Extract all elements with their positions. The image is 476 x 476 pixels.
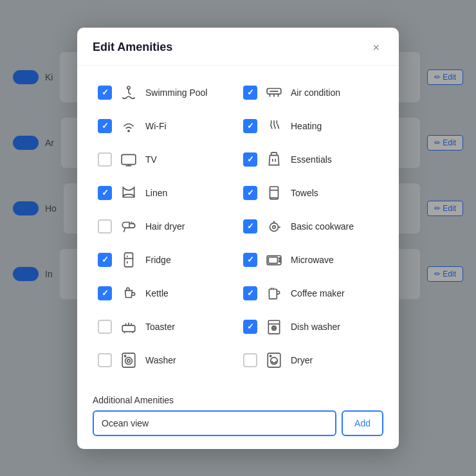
kettle-label: Kettle	[145, 288, 169, 298]
svg-rect-13	[269, 289, 277, 298]
checkbox-towels[interactable]	[243, 186, 257, 200]
kettle-icon	[118, 283, 139, 304]
amenity-heating[interactable]: Heating	[238, 109, 383, 143]
additional-amenities-section: Additional Amenities Add	[77, 387, 399, 449]
checkbox-dish-washer[interactable]	[243, 320, 257, 334]
checkbox-tv[interactable]	[98, 152, 112, 167]
checkbox-basic-cookware[interactable]	[243, 219, 257, 233]
tv-icon	[118, 149, 139, 170]
svg-point-0	[127, 86, 130, 89]
svg-point-2	[128, 130, 129, 131]
checkbox-kettle[interactable]	[98, 286, 112, 300]
cookware-icon	[264, 216, 284, 237]
modal-header: Edit Amenities ×	[77, 28, 399, 66]
checkbox-essentials[interactable]	[243, 152, 257, 167]
amenity-basic-cookware[interactable]: Basic cookware	[238, 210, 383, 243]
towels-icon	[264, 183, 284, 203]
amenity-coffee-maker[interactable]: Coffee maker	[238, 277, 383, 310]
towels-label: Towels	[291, 188, 318, 198]
amenity-tv[interactable]: TV	[93, 143, 238, 176]
svg-rect-10	[268, 257, 277, 263]
amenity-microwave[interactable]: Microwave	[238, 243, 383, 277]
heating-icon	[264, 116, 284, 136]
amenities-grid: Swimming Pool Air condition	[93, 76, 383, 377]
amenity-dish-washer[interactable]: Dish washer	[238, 310, 383, 343]
linen-icon	[118, 183, 139, 203]
checkbox-coffee-maker[interactable]	[243, 286, 257, 300]
checkbox-linen[interactable]	[98, 186, 112, 200]
microwave-icon	[264, 250, 284, 270]
tv-label: TV	[145, 154, 157, 165]
checkbox-fridge[interactable]	[98, 253, 112, 267]
amenity-dryer[interactable]: Dryer	[238, 343, 383, 377]
amenity-air-condition[interactable]: Air condition	[238, 76, 383, 109]
svg-point-11	[279, 257, 280, 259]
amenity-kettle[interactable]: Kettle	[93, 277, 238, 310]
svg-rect-3	[122, 154, 136, 164]
checkbox-hair-dryer[interactable]	[98, 219, 112, 233]
toaster-label: Toaster	[145, 322, 175, 332]
svg-point-6	[270, 223, 279, 231]
pool-icon	[118, 82, 139, 103]
svg-point-19	[127, 359, 130, 362]
checkbox-air-condition[interactable]	[243, 86, 257, 100]
add-row: Add	[93, 410, 383, 436]
hairdryer-icon	[118, 216, 139, 237]
svg-point-23	[270, 355, 271, 356]
amenity-hair-dryer[interactable]: Hair dryer	[93, 210, 238, 243]
amenity-wifi[interactable]: Wi-Fi	[93, 109, 238, 143]
heating-label: Heating	[291, 121, 322, 131]
fridge-label: Fridge	[145, 255, 171, 265]
svg-rect-14	[122, 325, 135, 331]
air-condition-label: Air condition	[291, 87, 340, 98]
modal-title: Edit Amenities	[93, 41, 172, 54]
wifi-label: Wi-Fi	[145, 121, 167, 131]
amenity-swimming-pool[interactable]: Swimming Pool	[93, 76, 238, 109]
essentials-icon	[264, 149, 284, 170]
checkbox-wifi[interactable]	[98, 119, 112, 133]
microwave-label: Microwave	[291, 255, 334, 265]
checkbox-toaster[interactable]	[98, 320, 112, 334]
hair-dryer-label: Hair dryer	[145, 221, 185, 232]
coffee-icon	[264, 283, 284, 304]
swimming-pool-label: Swimming Pool	[145, 87, 207, 98]
fridge-icon	[118, 250, 139, 270]
amenity-fridge[interactable]: Fridge	[93, 243, 238, 277]
amenity-essentials[interactable]: Essentials	[238, 143, 383, 176]
close-button[interactable]: ×	[369, 41, 383, 55]
svg-point-18	[125, 357, 133, 364]
checkbox-washer[interactable]	[98, 353, 112, 367]
amenity-linen[interactable]: Linen	[93, 176, 238, 210]
dryer-label: Dryer	[291, 355, 313, 365]
washer-icon	[118, 350, 139, 371]
amenity-towels[interactable]: Towels	[238, 176, 383, 210]
checkbox-microwave[interactable]	[243, 253, 257, 267]
amenity-washer[interactable]: Washer	[93, 343, 238, 377]
basic-cookware-label: Basic cookware	[291, 221, 354, 232]
toaster-icon	[118, 316, 139, 337]
coffee-maker-label: Coffee maker	[291, 288, 345, 298]
checkbox-swimming-pool[interactable]	[98, 86, 112, 100]
ac-icon	[264, 82, 284, 103]
modal-body: Swimming Pool Air condition	[77, 66, 399, 387]
checkbox-dryer[interactable]	[243, 353, 257, 367]
essentials-label: Essentials	[291, 154, 332, 165]
svg-point-20	[125, 355, 126, 356]
amenity-toaster[interactable]: Toaster	[93, 310, 238, 343]
dryer-icon	[264, 350, 284, 371]
svg-rect-8	[125, 253, 133, 267]
linen-label: Linen	[145, 188, 167, 198]
edit-amenities-modal: Edit Amenities × Swimming Pool	[77, 28, 399, 449]
washer-label: Washer	[145, 355, 176, 365]
svg-point-7	[273, 225, 275, 228]
modal-overlay[interactable]: Edit Amenities × Swimming Pool	[0, 0, 476, 476]
checkbox-heating[interactable]	[243, 119, 257, 133]
svg-point-12	[279, 261, 280, 262]
add-button[interactable]: Add	[342, 410, 383, 436]
dishwasher-icon	[264, 316, 284, 337]
svg-rect-5	[270, 187, 279, 197]
additional-label: Additional Amenities	[93, 395, 383, 405]
additional-amenity-input[interactable]	[93, 410, 336, 436]
dish-washer-label: Dish washer	[291, 322, 340, 332]
wifi-icon	[118, 116, 139, 136]
